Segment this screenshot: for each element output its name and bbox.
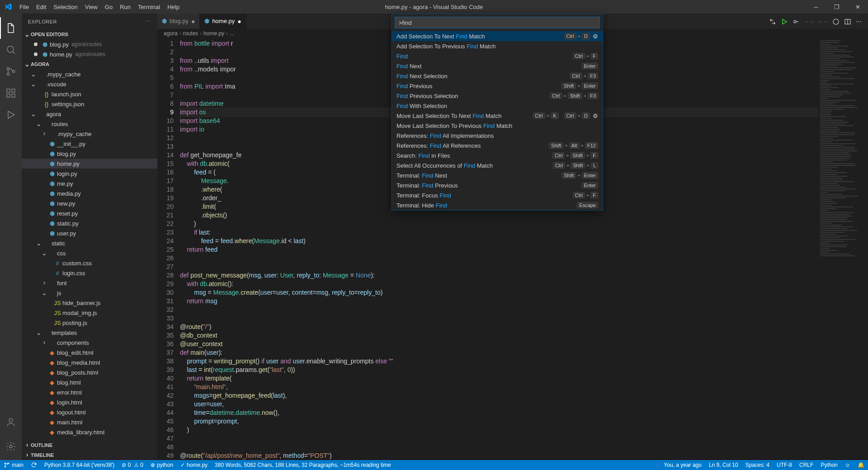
- run-debug-icon[interactable]: [0, 104, 22, 126]
- tree-folder[interactable]: .vscode: [22, 79, 157, 89]
- breadcrumb-item[interactable]: ...: [230, 30, 234, 37]
- menu-selection[interactable]: Selection: [50, 4, 81, 10]
- timeline-header[interactable]: TIMELINE: [22, 450, 157, 460]
- tree-file[interactable]: ◆blog_media.html: [22, 357, 157, 367]
- open-editors-header[interactable]: OPEN EDITORS: [22, 29, 157, 39]
- next-change-icon[interactable]: ○→: [818, 18, 828, 25]
- explorer-more-icon[interactable]: ⋯: [146, 19, 151, 24]
- menu-run[interactable]: Run: [116, 4, 134, 10]
- palette-option[interactable]: References: Find All Implementations: [392, 131, 603, 141]
- menu-file[interactable]: File: [16, 4, 33, 10]
- minimap[interactable]: [818, 39, 868, 432]
- menu-terminal[interactable]: Terminal: [134, 4, 164, 10]
- gear-icon[interactable]: ⚙: [593, 113, 598, 119]
- status-problems[interactable]: ⊘ 0 ⚠ 0: [118, 460, 147, 470]
- search-icon[interactable]: [0, 39, 22, 61]
- settings-gear-icon[interactable]: [0, 436, 22, 457]
- tree-file[interactable]: ◆media_library.html: [22, 427, 157, 437]
- status-file[interactable]: ✓ home.py: [177, 460, 211, 470]
- tree-file[interactable]: ◆logout.html: [22, 407, 157, 417]
- palette-option[interactable]: Find PreviousShift+Enter: [392, 81, 603, 91]
- tree-file[interactable]: ⬢home.py: [22, 159, 157, 169]
- status-python-interp[interactable]: Python 3.8.7 64-bit ('venv38'): [41, 460, 118, 470]
- outline-header[interactable]: OUTLINE: [22, 440, 157, 450]
- status-eol[interactable]: CRLF: [796, 460, 817, 470]
- tree-file[interactable]: JSposting.js: [22, 318, 157, 328]
- menu-view[interactable]: View: [81, 4, 101, 10]
- status-bell-icon[interactable]: 🔔: [854, 460, 868, 470]
- tree-folder[interactable]: static: [22, 238, 157, 248]
- tree-file[interactable]: ⬢new.py: [22, 198, 157, 208]
- explorer-icon[interactable]: [0, 17, 22, 39]
- extensions-icon[interactable]: [0, 82, 22, 104]
- compare-changes-icon[interactable]: [769, 18, 776, 25]
- editor-tab[interactable]: ⬢blog.py●: [157, 14, 200, 29]
- tree-file[interactable]: ◆blog_posts.html: [22, 367, 157, 377]
- status-sync[interactable]: [27, 460, 41, 470]
- palette-option[interactable]: FindCtrl+F: [392, 51, 603, 61]
- palette-option[interactable]: Move Last Selection To Previous Find Mat…: [392, 121, 603, 131]
- tree-file[interactable]: ⬢user.py: [22, 228, 157, 238]
- tree-file[interactable]: ◆login.html: [22, 397, 157, 407]
- run-file-icon[interactable]: [781, 18, 788, 25]
- menu-help[interactable]: Help: [164, 4, 183, 10]
- palette-option[interactable]: Terminal: Focus FindCtrl+F: [392, 190, 603, 200]
- palette-option[interactable]: Terminal: Find PreviousEnter: [392, 180, 603, 190]
- close-button[interactable]: ✕: [847, 0, 868, 14]
- tree-file[interactable]: #custom.css: [22, 258, 157, 268]
- tree-file[interactable]: ⬢blog.py: [22, 149, 157, 159]
- gear-icon[interactable]: ⚙: [593, 33, 598, 40]
- tree-folder[interactable]: css: [22, 248, 157, 258]
- tree-file[interactable]: ⬢me.py: [22, 179, 157, 188]
- palette-option[interactable]: Terminal: Hide FindEscape: [392, 200, 603, 210]
- menu-edit[interactable]: Edit: [33, 4, 50, 10]
- status-cursor-pos[interactable]: Ln 9, Col 10: [705, 460, 742, 470]
- status-branch[interactable]: main: [0, 460, 27, 470]
- breadcrumb-item[interactable]: home.py: [203, 30, 224, 37]
- tree-folder[interactable]: templates: [22, 328, 157, 338]
- toggle-icon[interactable]: [793, 18, 800, 25]
- breadcrumb-item[interactable]: agora: [164, 30, 178, 37]
- tree-file[interactable]: JSmodal_img.js: [22, 308, 157, 318]
- tree-file[interactable]: {}launch.json: [22, 89, 157, 99]
- tree-folder[interactable]: .mypy_cache: [22, 129, 157, 139]
- tree-file[interactable]: ⬢static.py: [22, 218, 157, 228]
- palette-option[interactable]: Find Previous SelectionCtrl+Shift+F3: [392, 91, 603, 101]
- menu-go[interactable]: Go: [101, 4, 116, 10]
- source-control-icon[interactable]: [0, 61, 22, 82]
- tree-folder[interactable]: components: [22, 338, 157, 348]
- split-editor-icon[interactable]: [844, 18, 851, 25]
- status-indent[interactable]: Spaces: 4: [742, 460, 773, 470]
- tree-file[interactable]: {}settings.json: [22, 99, 157, 109]
- more-actions-icon[interactable]: ⋯: [856, 18, 862, 25]
- tree-file[interactable]: ⬢login.py: [22, 169, 157, 179]
- tree-file[interactable]: JShide_banner.js: [22, 298, 157, 308]
- open-preview-icon[interactable]: [832, 18, 840, 25]
- palette-option[interactable]: Find With Selection: [392, 101, 603, 111]
- prev-change-icon[interactable]: ←○: [804, 18, 814, 25]
- tree-file[interactable]: ⬢__init__.py: [22, 139, 157, 149]
- maximize-button[interactable]: ❐: [826, 0, 847, 14]
- status-git-blame[interactable]: 👤 You, a year ago: [651, 460, 705, 470]
- palette-option[interactable]: Find Next SelectionCtrl+F3: [392, 71, 603, 81]
- status-feedback-icon[interactable]: ☺: [841, 460, 854, 470]
- tree-file[interactable]: ⬢media.py: [22, 188, 157, 198]
- status-interp-name[interactable]: ⊕ python: [147, 460, 177, 470]
- tree-folder[interactable]: .mypy_cache: [22, 69, 157, 79]
- tree-folder[interactable]: agora: [22, 109, 157, 119]
- editor-tab[interactable]: ⬢home.py●: [200, 14, 246, 29]
- minimize-button[interactable]: ─: [806, 0, 826, 14]
- open-editor-item[interactable]: ⬢home.pyagora\routes: [22, 49, 157, 59]
- palette-option[interactable]: Select All Occurrences of Find MatchCtrl…: [392, 160, 603, 170]
- project-header[interactable]: AGORA: [22, 59, 157, 69]
- palette-option[interactable]: Find NextEnter: [392, 61, 603, 71]
- status-lang[interactable]: Python: [817, 460, 841, 470]
- palette-option[interactable]: Search: Find in FilesCtrl+Shift+F: [392, 150, 603, 160]
- palette-option[interactable]: Add Selection To Next Find MatchCtrl+D⚙: [392, 31, 603, 41]
- tree-file[interactable]: ⬢reset.py: [22, 208, 157, 218]
- palette-option[interactable]: References: Find All ReferencesShift+Alt…: [392, 141, 603, 150]
- tree-folder[interactable]: routes: [22, 119, 157, 129]
- open-editor-item[interactable]: ⬢blog.pyagora\routes: [22, 39, 157, 49]
- status-encoding[interactable]: UTF-8: [773, 460, 796, 470]
- command-palette-input[interactable]: [395, 17, 600, 28]
